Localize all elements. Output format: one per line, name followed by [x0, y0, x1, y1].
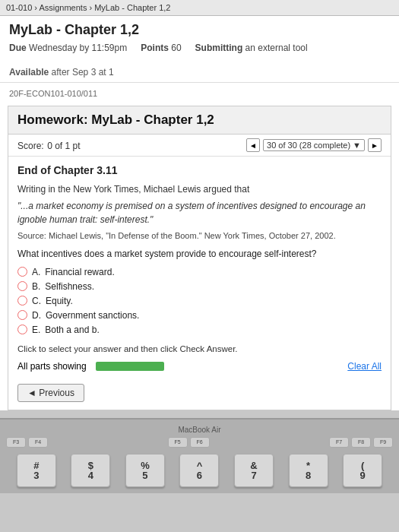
choice-a[interactable]: A. Financial reward. [17, 267, 382, 277]
choice-b-text: Selfishness. [45, 281, 94, 292]
choice-c[interactable]: C. Equity. [17, 296, 382, 306]
question-content: End of Chapter 3.11 Writing in the New Y… [8, 157, 391, 410]
available-info: Available after Sep 3 at 1 [9, 67, 114, 78]
choice-e-letter: E. [32, 325, 40, 335]
fkey-f4[interactable]: F4 [28, 437, 48, 448]
click-instruction: Click to select your answer and then cli… [17, 344, 382, 353]
answer-choices: A. Financial reward. B. Selfishness. C. … [17, 267, 382, 335]
key-3[interactable]: # 3 [17, 454, 56, 487]
fkey-group-right: F7 F8 F9 [329, 437, 393, 448]
homework-panel: Homework: MyLab - Chapter 1,2 Score: 0 o… [8, 106, 391, 410]
choice-d-text: Government sanctions. [46, 310, 139, 321]
mac-keyboard-bar: MacBook Air F3 F4 F5 F6 F7 F8 F9 # 3 $ 4… [0, 418, 399, 493]
key-4[interactable]: $ 4 [71, 454, 110, 487]
key-9[interactable]: ( 9 [343, 454, 382, 487]
page-header: MyLab - Chapter 1,2 Due Wednesday by 11:… [0, 16, 399, 83]
next-nav-button[interactable]: ► [368, 138, 382, 152]
choice-a-text: Financial reward. [45, 267, 114, 277]
passage-quote: "...a market economy is premised on a sy… [17, 199, 382, 226]
choice-e[interactable]: E. Both a and b. [17, 325, 382, 335]
keyboard-row: # 3 $ 4 % 5 ^ 6 & 7 * 8 ( 9 [3, 451, 396, 490]
choice-d[interactable]: D. Government sanctions. [17, 310, 382, 321]
choice-b-letter: B. [32, 281, 40, 292]
fkey-f7[interactable]: F7 [329, 437, 349, 448]
choice-c-text: Equity. [46, 296, 73, 306]
source-text: Source: Michael Lewis, "In Defense of th… [17, 230, 382, 242]
meta-row: Due Wednesday by 11:59pm Points 60 Submi… [9, 43, 390, 78]
key-8[interactable]: * 8 [289, 454, 328, 487]
radio-d[interactable] [17, 310, 27, 320]
key-7[interactable]: & 7 [234, 454, 274, 487]
homework-title: Homework: MyLab - Chapter 1,2 [17, 112, 382, 128]
radio-a[interactable] [17, 267, 27, 277]
fkey-f5[interactable]: F5 [168, 437, 188, 448]
prev-nav-button[interactable]: ◄ [246, 138, 260, 152]
submitting-info: Submitting an external tool [195, 43, 308, 53]
fkey-f6[interactable]: F6 [190, 437, 210, 448]
mac-label: MacBook Air [3, 426, 396, 434]
question-prompt: What incentives does a market system pro… [17, 249, 382, 259]
radio-c[interactable] [17, 296, 27, 306]
choice-c-letter: C. [32, 296, 41, 306]
radio-e[interactable] [17, 325, 27, 334]
score-nav-row: Score: 0 of 1 pt ◄ 30 of 30 (28 complete… [8, 135, 391, 157]
all-parts-row: All parts showing Clear All [17, 361, 382, 372]
homework-title-bar: Homework: MyLab - Chapter 1,2 [8, 106, 391, 135]
passage-intro: Writing in the New York Times, Michael L… [17, 182, 382, 242]
nav-dropdown[interactable]: 30 of 30 (28 complete) ▼ [263, 139, 365, 151]
radio-b[interactable] [17, 281, 27, 291]
key-5[interactable]: % 5 [125, 454, 165, 487]
all-parts-label: All parts showing [17, 361, 87, 372]
previous-button[interactable]: ◄ Previous [17, 384, 84, 402]
score-value: 0 of 1 pt [47, 141, 80, 151]
choice-a-letter: A. [32, 267, 40, 277]
breadcrumb: 01-010 › Assignments › MyLab - Chapter 1… [0, 0, 399, 16]
fkey-f3[interactable]: F3 [6, 437, 26, 448]
due-info: Due Wednesday by 11:59pm [9, 43, 127, 53]
breadcrumb-text: 01-010 › Assignments › MyLab - Chapter 1… [6, 3, 170, 12]
fkey-group-left: F3 F4 [6, 437, 48, 448]
choice-b[interactable]: B. Selfishness. [17, 281, 382, 292]
chevron-down-icon: ▼ [353, 141, 361, 150]
choice-e-text: Both a and b. [45, 325, 99, 335]
fkey-f8[interactable]: F8 [351, 437, 371, 448]
course-id: 20F-ECON101-010/011 [0, 83, 399, 101]
fkey-f9[interactable]: F9 [373, 437, 393, 448]
parts-progress-bar [96, 362, 164, 371]
chapter-heading: End of Chapter 3.11 [17, 164, 382, 176]
choice-d-letter: D. [32, 310, 41, 321]
nav-controls: ◄ 30 of 30 (28 complete) ▼ ► [246, 138, 382, 152]
score-label: Score: [17, 141, 44, 151]
key-6[interactable]: ^ 6 [179, 454, 219, 487]
clear-all-button[interactable]: Clear All [347, 361, 382, 372]
points-info: Points 60 [141, 43, 181, 53]
fkey-group-mid: F5 F6 [168, 437, 210, 448]
page-title: MyLab - Chapter 1,2 [9, 22, 390, 38]
score-info: Score: 0 of 1 pt [17, 138, 81, 152]
function-keys-row: F3 F4 F5 F6 F7 F8 F9 [3, 437, 396, 448]
